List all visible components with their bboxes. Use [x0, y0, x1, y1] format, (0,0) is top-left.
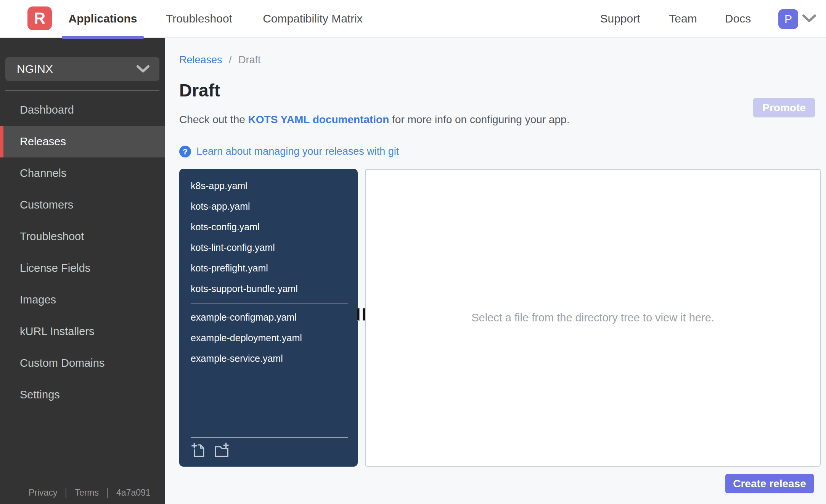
- user-avatar[interactable]: P: [778, 9, 798, 29]
- sidebar-item-images[interactable]: Images: [0, 284, 165, 316]
- file-name: kots-lint-config.yaml: [191, 242, 275, 253]
- tab-applications[interactable]: Applications: [62, 0, 144, 37]
- active-tab-indicator: [62, 36, 144, 39]
- nav-team-label: Team: [669, 12, 697, 25]
- sidebar-item-troubleshoot[interactable]: Troubleshoot: [0, 221, 165, 252]
- sidebar-item-label: Troubleshoot: [20, 230, 84, 243]
- sidebar-item-label: kURL Installers: [20, 325, 95, 338]
- sidebar-item-label: Dashboard: [20, 104, 74, 116]
- sidebar-item-label: Images: [20, 294, 56, 306]
- sidebar-item-channels[interactable]: Channels: [0, 157, 165, 189]
- sidebar-item-label: Releases: [20, 135, 66, 148]
- question-circle-icon: ?: [179, 146, 191, 157]
- sidebar-item-license-fields[interactable]: License Fields: [0, 252, 165, 284]
- subtitle-prefix: Check out the: [179, 114, 248, 125]
- sidebar-item-dashboard[interactable]: Dashboard: [0, 94, 165, 126]
- file-kots-app[interactable]: kots-app.yaml: [191, 196, 348, 217]
- logo-letter: R: [34, 9, 45, 27]
- file-tree-panel: k8s-app.yaml kots-app.yaml kots-config.y…: [179, 169, 358, 467]
- sidebar-item-releases[interactable]: Releases: [0, 126, 165, 157]
- footer-separator: [66, 488, 66, 498]
- terms-link[interactable]: Terms: [75, 488, 99, 498]
- nav-docs-label: Docs: [725, 12, 751, 25]
- nav-team[interactable]: Team: [669, 0, 697, 37]
- kots-yaml-docs-link[interactable]: KOTS YAML documentation: [248, 114, 389, 125]
- sidebar-divider: [5, 90, 159, 91]
- chevron-down-icon: [137, 65, 149, 73]
- file-viewer-panel: Select a file from the directory tree to…: [365, 169, 821, 467]
- file-name: k8s-app.yaml: [191, 180, 247, 191]
- file-kots-config[interactable]: kots-config.yaml: [191, 217, 348, 237]
- new-file-icon[interactable]: [191, 442, 207, 458]
- build-hash: 4a7a091: [116, 488, 151, 498]
- replicated-logo[interactable]: R: [27, 6, 52, 30]
- file-name: example-service.yaml: [191, 353, 283, 364]
- top-nav: R Applications Troubleshoot Compatibilit…: [0, 0, 826, 38]
- sidebar-item-label: License Fields: [20, 262, 90, 274]
- viewer-placeholder-text: Select a file from the directory tree to…: [471, 311, 714, 324]
- breadcrumb-current: Draft: [238, 54, 261, 66]
- main-content: Releases / Draft Draft Check out the KOT…: [165, 38, 826, 504]
- tab-compatibility-matrix-label: Compatibility Matrix: [263, 12, 363, 25]
- create-release-button[interactable]: Create release: [725, 474, 814, 493]
- file-name: kots-preflight.yaml: [191, 263, 268, 274]
- sidebar-item-label: Channels: [20, 167, 67, 180]
- file-kots-lint-config[interactable]: kots-lint-config.yaml: [191, 237, 348, 258]
- file-tree-toolbar: [191, 437, 348, 467]
- tab-troubleshoot[interactable]: Troubleshoot: [165, 0, 233, 37]
- file-name: example-configmap.yaml: [191, 312, 297, 323]
- new-folder-icon[interactable]: [214, 442, 230, 458]
- tab-troubleshoot-label: Troubleshoot: [166, 12, 232, 25]
- git-releases-help-link[interactable]: Learn about managing your releases with …: [196, 146, 399, 157]
- file-name: example-deployment.yaml: [191, 332, 302, 343]
- tab-compatibility-matrix[interactable]: Compatibility Matrix: [260, 0, 365, 37]
- file-kots-support-bundle[interactable]: kots-support-bundle.yaml: [191, 278, 348, 299]
- resize-grip-bar: [357, 308, 360, 321]
- file-example-deployment[interactable]: example-deployment.yaml: [191, 327, 348, 348]
- file-name: kots-config.yaml: [191, 222, 260, 233]
- file-name: kots-support-bundle.yaml: [191, 283, 298, 294]
- tab-applications-label: Applications: [68, 12, 137, 25]
- sidebar-item-kurl-installers[interactable]: kURL Installers: [0, 316, 165, 347]
- app-selector-value: NGINX: [17, 63, 53, 75]
- nav-docs[interactable]: Docs: [725, 0, 751, 37]
- file-example-configmap[interactable]: example-configmap.yaml: [191, 307, 348, 327]
- breadcrumb-releases-link[interactable]: Releases: [179, 54, 222, 66]
- file-name: kots-app.yaml: [191, 201, 250, 212]
- app-sidebar: NGINX Dashboard Releases Channels Custom…: [0, 38, 165, 504]
- nav-support-label: Support: [600, 12, 640, 25]
- file-example-service[interactable]: example-service.yaml: [191, 348, 348, 369]
- sidebar-item-label: Customers: [20, 199, 73, 211]
- file-k8s-app[interactable]: k8s-app.yaml: [191, 175, 348, 196]
- app-selector-dropdown[interactable]: NGINX: [5, 57, 159, 81]
- avatar-letter: P: [784, 13, 792, 26]
- page-title: Draft: [179, 80, 220, 101]
- subtitle-suffix: for more info on configuring your app.: [389, 114, 569, 125]
- footer-separator: [107, 488, 108, 498]
- sidebar-item-custom-domains[interactable]: Custom Domains: [0, 347, 165, 379]
- sidebar-footer: Privacy Terms 4a7a091: [29, 488, 151, 498]
- sidebar-menu: Dashboard Releases Channels Customers Tr…: [0, 94, 165, 411]
- privacy-link[interactable]: Privacy: [29, 488, 57, 498]
- git-help-row[interactable]: ? Learn about managing your releases wit…: [179, 146, 399, 157]
- file-group-divider: [191, 303, 348, 303]
- subtitle: Check out the KOTS YAML documentation fo…: [179, 114, 569, 126]
- breadcrumb-separator: /: [229, 54, 232, 66]
- sidebar-item-label: Settings: [20, 388, 60, 401]
- nav-support[interactable]: Support: [599, 0, 641, 37]
- sidebar-item-customers[interactable]: Customers: [0, 189, 165, 221]
- sidebar-item-settings[interactable]: Settings: [0, 379, 165, 411]
- breadcrumb: Releases / Draft: [179, 54, 261, 66]
- sidebar-item-label: Custom Domains: [20, 357, 104, 369]
- file-kots-preflight[interactable]: kots-preflight.yaml: [191, 258, 348, 278]
- panel-resize-handle[interactable]: [357, 308, 365, 321]
- file-tree-list: k8s-app.yaml kots-app.yaml kots-config.y…: [179, 169, 358, 369]
- promote-button[interactable]: Promote: [753, 98, 815, 117]
- chevron-down-icon[interactable]: [802, 14, 816, 24]
